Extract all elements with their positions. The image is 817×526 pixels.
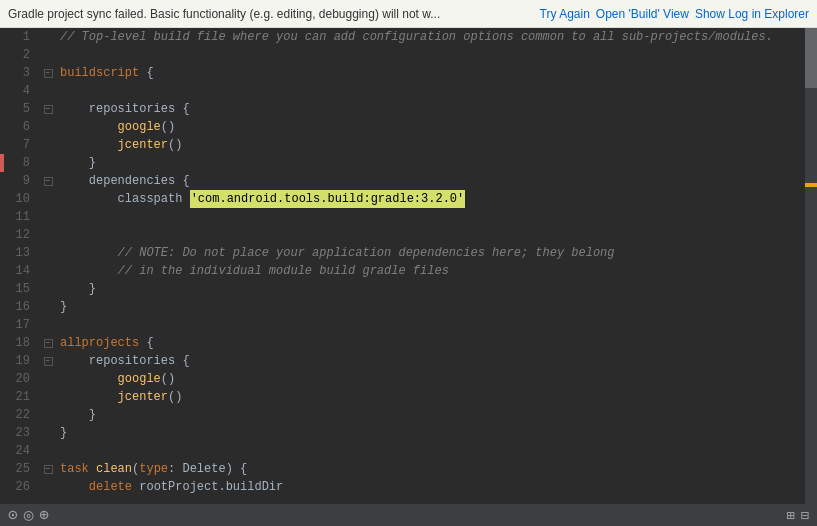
line-number-2: 2 [4, 46, 34, 64]
code-segment [182, 190, 189, 208]
fold-button-5[interactable]: − [44, 105, 53, 114]
line-number-15: 15 [4, 280, 34, 298]
fold-cell-14 [40, 262, 56, 280]
code-segment [60, 190, 118, 208]
code-segment: () [161, 370, 175, 388]
fold-cell-7 [40, 136, 56, 154]
fold-cell-12 [40, 226, 56, 244]
code-line-13: // NOTE: Do not place your application d… [56, 244, 805, 262]
left-error-gutter [0, 28, 4, 526]
code-segment: // NOTE: Do not place your application d… [60, 244, 615, 262]
code-segment: jcenter [118, 388, 168, 406]
fold-cell-3[interactable]: − [40, 64, 56, 82]
code-line-5: repositories { [56, 100, 805, 118]
code-line-16: } [56, 298, 805, 316]
fold-cell-22 [40, 406, 56, 424]
code-segment: rootProject.buildDir [132, 478, 283, 496]
status-icon-5: ⊟ [801, 507, 809, 524]
code-segment: jcenter [118, 136, 168, 154]
open-build-link[interactable]: Open 'Build' View [596, 7, 689, 21]
line-number-1: 1 [4, 28, 34, 46]
code-segment: { [139, 64, 153, 82]
line-number-24: 24 [4, 442, 34, 460]
code-segment [60, 478, 89, 496]
try-again-link[interactable]: Try Again [540, 7, 590, 21]
fold-cell-19[interactable]: − [40, 352, 56, 370]
line-number-20: 20 [4, 370, 34, 388]
code-segment: delete [89, 478, 132, 496]
fold-gutter: −−−−−− [40, 28, 56, 526]
right-scrollbar[interactable] [805, 28, 817, 526]
code-segment: repositories [89, 352, 175, 370]
code-line-19: repositories { [56, 352, 805, 370]
line-number-12: 12 [4, 226, 34, 244]
code-line-10: classpath 'com.android.tools.build:gradl… [56, 190, 805, 208]
code-segment: } [60, 298, 67, 316]
fold-button-18[interactable]: − [44, 339, 53, 348]
fold-cell-26 [40, 478, 56, 496]
code-segment: repositories [89, 100, 175, 118]
fold-cell-20 [40, 370, 56, 388]
status-bar-bottom: ⊙ ◎ ⊕ ⊞ ⊟ [0, 504, 817, 526]
code-line-6: google() [56, 118, 805, 136]
code-segment: () [168, 388, 182, 406]
error-indicator [0, 154, 4, 172]
scrollbar-thumb[interactable] [805, 28, 817, 88]
line-number-13: 13 [4, 244, 34, 262]
code-line-18: allprojects { [56, 334, 805, 352]
code-segment [60, 352, 89, 370]
line-numbers: 1234567891011121314151617181920212223242… [4, 28, 40, 526]
status-icon-1: ⊙ [8, 505, 18, 525]
line-number-17: 17 [4, 316, 34, 334]
notification-message: Gradle project sync failed. Basic functi… [8, 7, 534, 21]
code-segment: google [118, 118, 161, 136]
code-segment: // Top-level build file where you can ad… [60, 28, 773, 46]
fold-cell-6 [40, 118, 56, 136]
show-log-link[interactable]: Show Log in Explorer [695, 7, 809, 21]
fold-cell-2 [40, 46, 56, 64]
code-segment: task [60, 460, 89, 478]
fold-button-19[interactable]: − [44, 357, 53, 366]
code-line-7: jcenter() [56, 136, 805, 154]
code-segment: google [118, 370, 161, 388]
code-segment: } [60, 406, 96, 424]
fold-cell-18[interactable]: − [40, 334, 56, 352]
fold-cell-15 [40, 280, 56, 298]
scroll-marker-mid [805, 183, 817, 187]
code-line-2 [56, 46, 805, 64]
fold-cell-9[interactable]: − [40, 172, 56, 190]
code-segment: { [175, 100, 189, 118]
notification-bar: Gradle project sync failed. Basic functi… [0, 0, 817, 28]
code-line-23: } [56, 424, 805, 442]
code-segment [60, 100, 89, 118]
fold-cell-25[interactable]: − [40, 460, 56, 478]
code-line-15: } [56, 280, 805, 298]
line-number-22: 22 [4, 406, 34, 424]
code-line-1: // Top-level build file where you can ad… [56, 28, 805, 46]
fold-button-3[interactable]: − [44, 69, 53, 78]
line-number-14: 14 [4, 262, 34, 280]
line-number-16: 16 [4, 298, 34, 316]
line-number-18: 18 [4, 334, 34, 352]
line-number-11: 11 [4, 208, 34, 226]
fold-cell-17 [40, 316, 56, 334]
fold-cell-13 [40, 244, 56, 262]
line-number-25: 25 [4, 460, 34, 478]
code-line-12 [56, 226, 805, 244]
code-segment: // in the individual module build gradle… [60, 262, 449, 280]
fold-cell-5[interactable]: − [40, 100, 56, 118]
code-segment: : Delete) { [168, 460, 247, 478]
code-segment: buildscript [60, 64, 139, 82]
code-segment [89, 460, 96, 478]
code-segment: { [175, 352, 189, 370]
code-lines: // Top-level build file where you can ad… [56, 28, 805, 496]
editor-area: 1234567891011121314151617181920212223242… [0, 28, 817, 526]
code-line-17 [56, 316, 805, 334]
fold-button-9[interactable]: − [44, 177, 53, 186]
fold-button-25[interactable]: − [44, 465, 53, 474]
fold-cell-23 [40, 424, 56, 442]
fold-cell-1 [40, 28, 56, 46]
fold-cell-10 [40, 190, 56, 208]
fold-cell-21 [40, 388, 56, 406]
fold-cell-16 [40, 298, 56, 316]
